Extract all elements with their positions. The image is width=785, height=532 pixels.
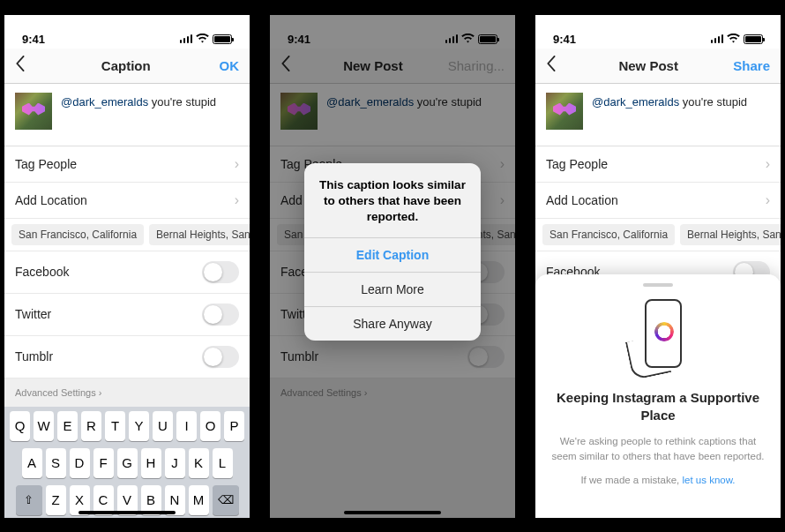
nav-title: New Post [343, 58, 403, 73]
location-chip[interactable]: San Francisco, California [542, 224, 675, 245]
twitter-toggle[interactable] [202, 303, 239, 326]
share-twitter-row: Twitter [4, 294, 250, 336]
back-button[interactable] [280, 56, 298, 75]
tumblr-toggle[interactable] [202, 346, 239, 368]
battery-icon [213, 34, 232, 44]
status-bar: 9:41 [535, 15, 781, 49]
sheet-title: Keeping Instagram a Supportive Place [551, 389, 765, 423]
nav-share-button[interactable]: Share [733, 58, 770, 73]
wifi-icon [727, 33, 740, 46]
back-button[interactable] [15, 56, 33, 75]
nav-ok-button[interactable]: OK [219, 58, 239, 73]
facebook-toggle[interactable] [202, 261, 239, 283]
key-shift[interactable]: ⇧ [16, 485, 42, 515]
key-w[interactable]: W [34, 411, 54, 441]
location-chip[interactable]: San Francisco, California [11, 224, 144, 245]
content-area: @dark_emeralds you're stupid Tag People›… [4, 84, 250, 518]
key-f[interactable]: F [93, 448, 114, 478]
key-t[interactable]: T [105, 411, 125, 441]
nav-title: New Post [618, 58, 678, 73]
post-thumbnail[interactable] [546, 93, 583, 130]
battery-icon [478, 34, 497, 44]
sheet-body: We're asking people to rethink captions … [551, 434, 765, 463]
key-y[interactable]: Y [129, 411, 149, 441]
key-q[interactable]: Q [10, 411, 30, 441]
key-h[interactable]: H [141, 448, 161, 478]
caption-row: @dark_emeralds you're stupid [535, 84, 781, 146]
status-indicators [711, 33, 764, 46]
caption-input[interactable]: @dark_emeralds you're stupid [592, 93, 747, 110]
tumblr-toggle[interactable] [467, 346, 505, 368]
chevron-right-icon: › [500, 192, 505, 208]
tag-people-row[interactable]: Tag People› [4, 146, 250, 183]
nav-bar: Caption OK [4, 49, 250, 84]
learn-more-button[interactable]: Learn More [304, 272, 481, 306]
wifi-icon [461, 33, 475, 46]
alert-title: This caption looks similar to others tha… [304, 163, 481, 238]
nav-title: Caption [101, 58, 151, 73]
sheet-mistake-line: If we made a mistake, let us know. [551, 473, 765, 488]
tag-people-row[interactable]: Tag People› [535, 146, 781, 183]
key-o[interactable]: O [200, 411, 221, 441]
key-s[interactable]: S [46, 448, 66, 478]
signal-icon [711, 34, 724, 43]
nav-bar: New Post Share [535, 49, 781, 84]
key-l[interactable]: L [213, 448, 233, 478]
key-j[interactable]: J [165, 448, 185, 478]
status-indicators [180, 33, 233, 46]
mention-handle: @dark_emeralds [61, 95, 148, 109]
status-indicators [445, 33, 498, 46]
let-us-know-link[interactable]: let us know. [682, 475, 735, 485]
add-location-row[interactable]: Add Location› [535, 183, 781, 219]
post-thumbnail[interactable] [15, 93, 52, 130]
location-suggestions: San Francisco, California Bernal Heights… [535, 219, 781, 251]
key-g[interactable]: G [117, 448, 138, 478]
chevron-right-icon: › [766, 192, 770, 208]
advanced-settings-link[interactable]: Advanced Settings › [4, 378, 250, 407]
status-time: 9:41 [22, 33, 45, 46]
signal-icon [180, 34, 193, 43]
chevron-right-icon: › [235, 192, 239, 208]
key-u[interactable]: U [153, 411, 173, 441]
phone-warning-alert: 9:41 New Post Sharing... @dark_emeralds … [270, 15, 515, 518]
status-time: 9:41 [288, 33, 310, 46]
status-bar: 9:41 [4, 15, 250, 49]
post-thumbnail[interactable] [280, 93, 318, 130]
phone-caption-editing: 9:41 Caption OK @dark_emeralds you're st… [4, 15, 250, 518]
location-chip[interactable]: Bernal Heights, San Fr… [680, 224, 781, 245]
caption-input[interactable]: @dark_emeralds you're stupid [326, 93, 482, 110]
key-z[interactable]: Z [46, 485, 66, 515]
sheet-grabber[interactable] [643, 283, 673, 287]
advanced-settings-link[interactable]: Advanced Settings › [270, 378, 515, 407]
share-facebook-row: Facebook [4, 251, 250, 294]
supportive-place-sheet: Keeping Instagram a Supportive Place We'… [535, 274, 781, 517]
nav-bar: New Post Sharing... [270, 49, 515, 84]
phone-heart-illustration [627, 299, 689, 378]
caption-warning-alert: This caption looks similar to others tha… [304, 163, 481, 341]
key-p[interactable]: P [224, 411, 244, 441]
ios-keyboard: Q W E R T Y U I O P A S D F G H J K L [4, 407, 250, 518]
caption-input[interactable]: @dark_emeralds you're stupid [61, 93, 216, 110]
key-a[interactable]: A [22, 448, 42, 478]
location-chip[interactable]: Bernal Heights, San Fr… [149, 224, 250, 245]
signal-icon [445, 34, 459, 43]
key-d[interactable]: D [70, 448, 90, 478]
back-button[interactable] [546, 56, 564, 75]
share-anyway-button[interactable]: Share Anyway [304, 306, 481, 341]
home-indicator[interactable] [78, 511, 176, 514]
caption-row: @dark_emeralds you're stupid [4, 84, 250, 146]
key-e[interactable]: E [57, 411, 78, 441]
key-m[interactable]: M [189, 485, 209, 515]
key-k[interactable]: K [189, 448, 209, 478]
add-location-row[interactable]: Add Location› [4, 183, 250, 219]
home-indicator[interactable] [344, 511, 441, 514]
share-tumblr-row: Tumblr [4, 336, 250, 378]
key-backspace[interactable]: ⌫ [213, 485, 239, 515]
status-time: 9:41 [553, 33, 576, 46]
caption-row: @dark_emeralds you're stupid [270, 84, 515, 146]
mention-handle: @dark_emeralds [326, 95, 414, 109]
edit-caption-button[interactable]: Edit Caption [304, 237, 481, 272]
key-r[interactable]: R [81, 411, 101, 441]
key-i[interactable]: I [176, 411, 197, 441]
battery-icon [744, 34, 763, 44]
